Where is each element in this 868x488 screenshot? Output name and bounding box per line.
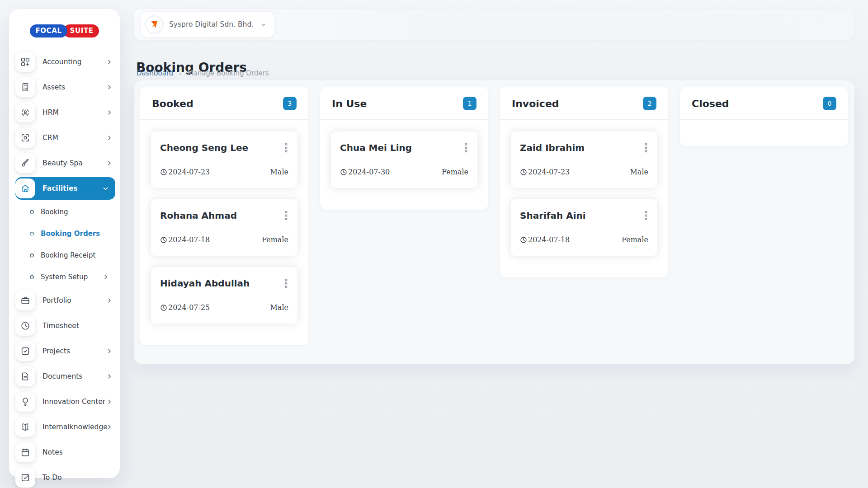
booking-card-hidayah-abdullah[interactable]: Hidayah Abdullah2024-07-25Male [151, 267, 297, 324]
booking-gender: Female [262, 235, 288, 244]
logo-focal: FOCAL [30, 24, 67, 38]
sidebar-subitem-system-setup[interactable]: System Setup [15, 266, 116, 288]
booking-date: 2024-07-23 [160, 168, 210, 176]
sidebar-item-label: Portfolio [42, 296, 71, 305]
booking-card-name: Chua Mei Ling [340, 142, 468, 153]
breadcrumb-separator-icon: › [179, 70, 181, 77]
calendar-icon [15, 442, 35, 462]
booking-card-name: Hidayah Abdullah [160, 278, 288, 289]
clock-icon [340, 169, 347, 176]
sidebar-item-label: To Do [42, 474, 62, 482]
topbar: Syspro Digital Sdn. Bhd. [134, 9, 854, 40]
brush-icon [15, 153, 35, 173]
booking-date: 2024-07-30 [340, 168, 390, 176]
kanban-column-booked: Booked3Cheong Seng Lee2024-07-23MaleRoha… [140, 87, 308, 345]
kanban-board: Booked3Cheong Seng Lee2024-07-23MaleRoha… [134, 80, 854, 364]
chevron-right-icon [106, 373, 113, 380]
column-body: Chua Mei Ling2024-07-30Female [320, 120, 488, 210]
column-header: Invoiced2 [500, 87, 668, 120]
chevron-right-icon [106, 348, 113, 354]
sidebar-item-label: CRM [42, 134, 58, 142]
sidebar-item-facilities[interactable]: Facilities [15, 177, 115, 200]
card-menu-button[interactable] [280, 208, 292, 223]
brand-mark-icon [148, 19, 160, 30]
chevron-right-icon [106, 109, 113, 116]
card-menu-button[interactable] [280, 141, 292, 155]
column-count-badge: 3 [283, 97, 297, 110]
booking-card-name: Rohana Ahmad [160, 210, 288, 221]
booking-date: 2024-07-18 [520, 235, 570, 244]
booking-date: 2024-07-23 [520, 168, 570, 176]
chevron-down-icon [102, 185, 109, 192]
booking-card-cheong-seng-lee[interactable]: Cheong Seng Lee2024-07-23Male [151, 131, 297, 188]
kebab-icon [643, 142, 649, 153]
check-square-icon [15, 341, 35, 361]
sidebar-item-hrm[interactable]: HRM [15, 100, 116, 125]
column-body: Cheong Seng Lee2024-07-23MaleRohana Ahma… [140, 120, 308, 345]
booking-card-sharifah-aini[interactable]: Sharifah Aini2024-07-18Female [511, 199, 657, 256]
document-icon [15, 366, 35, 386]
sidebar-subitem-booking-receipt[interactable]: Booking Receipt [15, 244, 116, 266]
grid-plus-icon [15, 52, 35, 72]
sidebar-item-internalknowledge[interactable]: Internalknowledge [15, 414, 116, 440]
sidebar-subitem-label: Booking Orders [41, 230, 100, 238]
sidebar-item-label: Beauty Spa [42, 159, 83, 167]
booking-card-name: Zaid Ibrahim [520, 142, 648, 153]
sidebar-item-label: Internalknowledge [42, 423, 108, 431]
sidebar-item-beauty-spa[interactable]: Beauty Spa [15, 150, 116, 176]
sidebar-item-documents[interactable]: Documents [15, 364, 116, 389]
company-logo-icon [145, 15, 163, 33]
breadcrumb-dashboard-link[interactable]: Dashboard [137, 69, 173, 77]
briefcase-icon [15, 291, 35, 310]
column-count-badge: 2 [643, 97, 656, 110]
booking-card-footer: 2024-07-25Male [160, 303, 288, 312]
sidebar-item-label: Timesheet [42, 322, 79, 330]
kanban-column-invoiced: Invoiced2Zaid Ibrahim2024-07-23MaleShari… [500, 87, 668, 277]
booking-card-footer: 2024-07-23Male [520, 168, 648, 176]
kanban-column-in-use: In Use1Chua Mei Ling2024-07-30Female [320, 87, 488, 210]
sidebar-item-innovation-center[interactable]: Innovation Center [15, 389, 116, 414]
chevron-right-icon [106, 399, 113, 405]
sidebar-subitem-booking[interactable]: Booking [15, 201, 116, 223]
booking-card-rohana-ahmad[interactable]: Rohana Ahmad2024-07-18Female [151, 199, 297, 256]
column-title: In Use [332, 98, 367, 109]
bullet-icon [30, 210, 34, 214]
clock-icon [520, 169, 527, 176]
sidebar-item-label: Projects [42, 347, 70, 355]
chevron-down-icon [260, 22, 266, 28]
booking-card-zaid-ibrahim[interactable]: Zaid Ibrahim2024-07-23Male [511, 131, 657, 188]
booking-card-chua-mei-ling[interactable]: Chua Mei Ling2024-07-30Female [331, 131, 477, 188]
sidebar-item-timesheet[interactable]: Timesheet [15, 313, 116, 338]
card-menu-button[interactable] [640, 208, 652, 223]
card-menu-button[interactable] [640, 141, 652, 155]
sidebar-item-assets[interactable]: Assets [15, 75, 116, 100]
book-icon [15, 417, 35, 437]
booking-card-name: Sharifah Aini [520, 210, 648, 221]
sidebar-item-label: Innovation Center [42, 398, 105, 406]
person-target-icon [15, 103, 35, 122]
column-count-badge: 1 [463, 97, 476, 110]
sidebar-item-projects[interactable]: Projects [15, 338, 116, 364]
calculator-icon [15, 77, 35, 97]
sidebar-item-label: Accounting [42, 58, 82, 66]
card-menu-button[interactable] [460, 141, 472, 155]
kebab-icon [283, 210, 289, 221]
sidebar-item-accounting[interactable]: Accounting [15, 49, 116, 75]
column-title: Booked [152, 98, 193, 109]
sidebar-item-crm[interactable]: CRM [15, 125, 116, 150]
sidebar-item-label: HRM [42, 108, 59, 117]
sidebar-subitem-label: Booking [41, 208, 68, 216]
kebab-icon [643, 210, 649, 221]
sidebar-item-notes[interactable]: Notes [15, 440, 116, 465]
card-menu-button[interactable] [280, 276, 292, 291]
sidebar-item-to-do[interactable]: To Do [15, 465, 116, 488]
kebab-icon [463, 142, 469, 153]
company-selector[interactable]: Syspro Digital Sdn. Bhd. [141, 12, 274, 37]
sidebar-subitem-booking-orders[interactable]: Booking Orders [15, 223, 116, 244]
booking-card-footer: 2024-07-18Female [160, 235, 288, 244]
column-title: Invoiced [512, 98, 559, 109]
chevron-right-icon [106, 59, 113, 65]
booking-gender: Female [442, 168, 468, 176]
sidebar-nav: AccountingAssetsHRMCRMBeauty SpaFaciliti… [9, 49, 120, 488]
sidebar-item-portfolio[interactable]: Portfolio [15, 288, 116, 313]
